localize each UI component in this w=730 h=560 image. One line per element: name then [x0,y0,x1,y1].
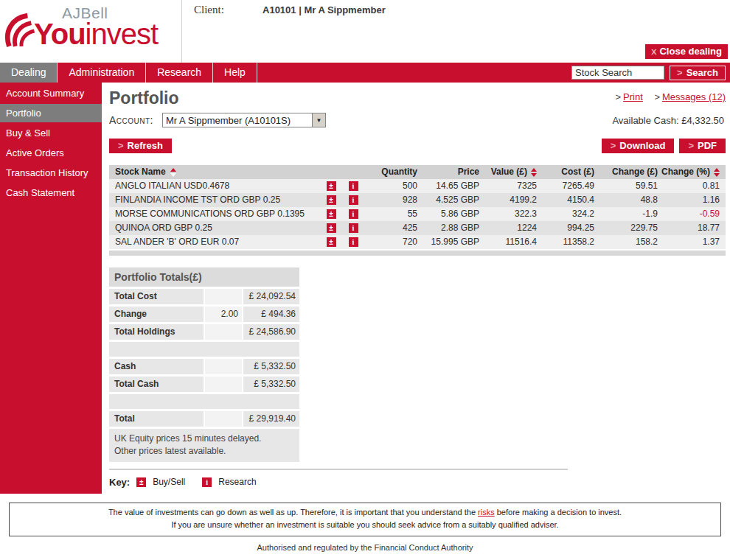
account-label: Account: [109,114,153,126]
divider [109,469,568,470]
main-content: Portfolio >Print >Messages (12) Account:… [102,83,730,494]
totals-row [109,342,299,357]
value-cell: 11516.4 [479,235,537,249]
stock-name: MORSE COMMUNICATIONS ORD GBP 0.1395 [109,207,320,221]
quantity-cell: 928 [364,193,417,207]
nav-tab[interactable]: Research [146,63,213,83]
page-title: Portfolio [109,88,179,108]
research-icon[interactable]: i [349,237,358,247]
totals-row: Total Cash £ 5,332.50 [109,377,299,392]
research-icon: i [202,477,212,487]
portfolio-totals: Portfolio Totals(£) Total Cost £ 24,092.… [109,267,299,462]
table-body: ANGLO ITALIAN USD0.4678 ± i 500 14.65 GB… [109,179,726,249]
research-icon[interactable]: i [349,223,358,233]
change-cell: 158.2 [594,235,658,249]
change-pct-cell: 1.16 [658,193,726,207]
cost-cell: 324.2 [537,207,594,221]
buy-sell-icon[interactable]: ± [327,195,336,205]
totals-row [109,394,299,409]
sidebar: Account Summary Portfolio Buy & Sell Act… [0,83,102,494]
sort-icon[interactable] [714,168,720,177]
sort-icon[interactable] [531,168,537,177]
totals-row: Change 2.00 £ 494.36 [109,307,299,322]
buy-sell-icon[interactable]: ± [327,181,336,191]
col-cost: Cost (£) [537,165,594,179]
pdf-button[interactable]: >PDF [679,139,726,153]
brand-logo: AJBell Youinvest [0,0,182,63]
messages-link[interactable]: Messages (12) [662,91,726,102]
quantity-cell: 500 [364,179,417,193]
nav-tabs: Dealing Administration Research Help [0,63,257,83]
sort-icon[interactable] [170,168,176,177]
research-icon[interactable]: i [349,195,358,205]
arrow-icon: > [677,67,683,78]
stock-search-input[interactable] [571,66,664,80]
table-row: FINLANDIA INCOME TST ORD GBP 0.25 ± i 92… [109,193,726,207]
key-buysell-label: Buy/Sell [153,477,185,487]
value-cell: 7325 [479,179,537,193]
change-pct-cell: 0.81 [658,179,726,193]
logo-youinvest-text: Youinvest [34,18,158,51]
change-cell: 59.51 [594,179,658,193]
client-info: Client: A10101 | Mr A Sippmember [182,0,386,63]
authorised-text: Authorised and regulated by the Financia… [0,543,730,552]
buy-sell-icon: ± [136,477,146,487]
price-cell: 15.995 GBP [417,235,479,249]
change-pct-cell: -0.59 [658,207,726,221]
nav-tab[interactable]: Help [213,63,257,83]
table-row: ANGLO ITALIAN USD0.4678 ± i 500 14.65 GB… [109,179,726,193]
stock-name: SAL ANDER 'B' ORD EUR 0.07 [109,235,320,249]
sidebar-item[interactable]: Active Orders [0,144,102,162]
buy-sell-icon[interactable]: ± [327,223,336,233]
nav-tab[interactable]: Administration [58,63,146,83]
col-stock-name[interactable]: Stock Name [109,165,320,179]
quantity-cell: 55 [364,207,417,221]
totals-row: Cash £ 5,332.50 [109,359,299,374]
close-icon: x [651,46,656,57]
value-cell: 322.3 [479,207,537,221]
cost-cell: 7265.49 [537,179,594,193]
col-change-pct[interactable]: Change (%) [658,165,726,179]
available-cash: Available Cash: £4,332.50 [612,115,726,126]
sidebar-item[interactable]: Cash Statement [0,183,102,202]
arrow-icon: > [688,140,694,151]
client-label: Client: [194,4,224,15]
table-row: MORSE COMMUNICATIONS ORD GBP 0.1395 ± i … [109,207,726,221]
download-button[interactable]: >Download [602,139,675,153]
buy-sell-icon[interactable]: ± [327,237,336,247]
key-legend: Key: ± Buy/Sell i Research [109,477,726,488]
chevron-down-icon[interactable]: ▼ [312,113,325,127]
price-cell: 14.65 GBP [417,179,479,193]
research-icon[interactable]: i [349,209,358,219]
page-footer: The value of investments can go down as … [0,494,730,560]
table-footer-strip [109,251,726,256]
totals-body: Total Cost £ 24,092.54 Change 2.00 £ 494… [109,289,299,427]
sidebar-item[interactable]: Portfolio [0,104,102,122]
search-button[interactable]: >Search [670,66,726,80]
close-dealing-button[interactable]: xClose dealing [645,44,728,59]
col-change: Change (£) [594,165,658,179]
sidebar-item[interactable]: Transaction History [0,164,102,182]
col-value[interactable]: Value (£) [479,165,537,179]
account-select[interactable]: Mr A Sippmember (A10101S) ▼ [162,113,326,127]
main-nav: Dealing Administration Research Help >Se… [0,63,730,83]
print-link[interactable]: Print [623,91,643,102]
stock-search-area: >Search [571,66,730,80]
available-cash-value: £4,332.50 [681,115,724,126]
sidebar-item[interactable]: Account Summary [0,84,102,102]
refresh-button[interactable]: >Refresh [109,139,172,153]
nav-tab[interactable]: Dealing [0,63,58,83]
stock-name: ANGLO ITALIAN USD0.4678 [109,179,320,193]
research-icon[interactable]: i [349,181,358,191]
change-pct-cell: 1.37 [658,235,726,249]
holdings-table: Stock Name Quantity Price Value (£) Cost… [109,165,726,256]
totals-row: Total £ 29,919.40 [109,411,299,427]
sidebar-item[interactable]: Buy & Sell [0,124,102,142]
arrow-icon: > [611,140,616,151]
price-cell: 2.88 GBP [417,221,479,235]
arrow-icon: > [615,91,621,102]
table-row: QUINOA ORD GBP 0.25 ± i 425 2.88 GBP 122… [109,221,726,235]
risks-link[interactable]: risks [478,508,495,517]
totals-row: Total Cost £ 24,092.54 [109,289,299,304]
buy-sell-icon[interactable]: ± [327,209,336,219]
